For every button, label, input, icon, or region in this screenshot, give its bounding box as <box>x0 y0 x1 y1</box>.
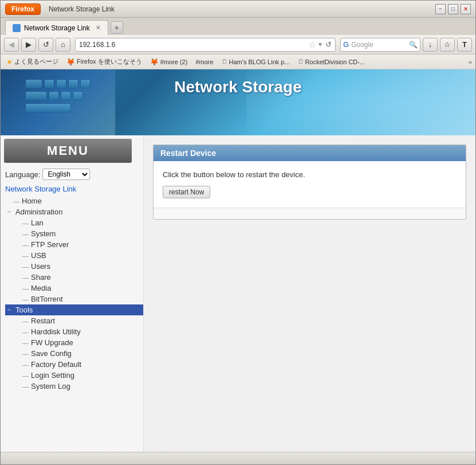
tree-dash-icon: — <box>22 230 29 237</box>
bookmark-item-0[interactable]: ★ よく見るページ <box>4 57 61 67</box>
banner-title: Network Storage <box>174 78 302 96</box>
back-button[interactable]: ◀ <box>4 38 19 52</box>
bookmarks-overflow-icon[interactable]: » <box>469 58 472 65</box>
panel-body: Click the button below to restart the de… <box>154 161 466 208</box>
bookmark-item-4[interactable]: 🗒 Ham's BLOG Link p... <box>219 58 292 66</box>
close-button[interactable]: ✕ <box>461 4 471 14</box>
bookmark-label-1: Firefox を使いこなそう <box>77 57 142 66</box>
sidebar-item-label-tools: Tools <box>15 306 33 314</box>
language-row: Language: English Japanese Chinese <box>1 166 143 182</box>
key-space <box>25 103 71 112</box>
tree-dash-icon: — <box>22 241 29 248</box>
bookmark-star-icon[interactable]: ☆ <box>309 40 316 49</box>
window-controls: − □ ✕ <box>435 4 471 14</box>
page-banner: Network Storage <box>1 69 475 135</box>
forward-button[interactable]: ▶ <box>21 38 36 52</box>
bookmarks-button[interactable]: ☆ <box>440 38 455 52</box>
language-select[interactable]: English Japanese Chinese <box>42 169 90 180</box>
refresh-icon[interactable]: ↺ <box>325 40 332 49</box>
bookmark-page-icon-5: 🗒 <box>298 58 304 65</box>
tree-dash-icon: — <box>22 350 29 357</box>
sidebar-item-factory-default[interactable]: — Factory Default <box>5 359 143 370</box>
navigation-bar: ◀ ▶ ↺ ⌂ 192.168.1.6 ☆ ▼ ↺ G Google 🔍 ↓ ☆… <box>1 35 475 54</box>
sidebar-item-ftp-server[interactable]: — FTP Server <box>5 239 143 250</box>
sidebar-item-administration[interactable]: − Administration <box>5 206 143 217</box>
bookmark-star-icon-0: ★ <box>6 58 13 66</box>
tree-dash-icon: — <box>22 220 29 226</box>
sidebar-item-label-restart: Restart <box>31 316 55 325</box>
home-button[interactable]: ⌂ <box>56 38 70 52</box>
bookmark-item-2[interactable]: 🦊 #more (2) <box>148 57 190 67</box>
sidebar-item-label-fw-upgrade: FW Upgrade <box>31 338 73 347</box>
tab-label: Network Storage Link <box>24 24 90 32</box>
bookmark-item-1[interactable]: 🦊 Firefox を使いこなそう <box>64 57 144 67</box>
search-placeholder: Google <box>351 41 407 49</box>
bookmark-item-5[interactable]: 🗒 RocketDivision CD-... <box>296 58 368 66</box>
sidebar-item-label-factory-default: Factory Default <box>31 360 81 369</box>
sidebar-item-fw-upgrade[interactable]: — FW Upgrade <box>5 337 143 348</box>
panel-header: Restart Device <box>154 145 466 161</box>
sidebar-item-share[interactable]: — Share <box>5 272 143 283</box>
sidebar-item-label-system-log: System Log <box>31 382 70 390</box>
tree-dash-icon: — <box>22 263 29 270</box>
bookmark-item-3[interactable]: #more <box>193 58 215 66</box>
tree-dash-icon: — <box>22 339 29 346</box>
active-tab[interactable]: Network Storage Link ✕ <box>5 20 108 35</box>
key-s <box>56 79 66 88</box>
firefox-menu-button[interactable]: Firefox <box>5 3 41 15</box>
minimize-button[interactable]: − <box>435 4 446 14</box>
sidebar-item-label-login-setting: Login Setting <box>31 371 74 380</box>
restart-instruction: Click the button below to restart the de… <box>163 170 457 179</box>
sidebar-item-label-lan: Lan <box>31 218 44 227</box>
tree-dash-icon: — <box>22 329 29 335</box>
reload-button[interactable]: ↺ <box>38 38 53 52</box>
title-bar: Firefox Network Storage Link − □ ✕ <box>1 1 475 18</box>
search-magnifier-icon[interactable]: 🔍 <box>409 41 418 49</box>
window-title: Network Storage Link <box>49 5 115 13</box>
key-d <box>68 79 78 88</box>
sidebar-item-users[interactable]: — Users <box>5 261 143 272</box>
downloads-button[interactable]: ↓ <box>423 38 438 52</box>
key-x <box>61 91 71 100</box>
sidebar-item-bittorrent[interactable]: — BitTorrent <box>5 294 143 304</box>
sidebar-item-home[interactable]: — Home <box>5 196 143 206</box>
bookmark-ff-icon-2: 🦊 <box>150 58 159 66</box>
bookmark-label-2: #more (2) <box>160 58 188 65</box>
sidebar-network-storage-link[interactable]: Network Storage Link <box>1 182 143 196</box>
sidebar-item-tools[interactable]: − Tools <box>5 304 143 315</box>
menu-T-button[interactable]: T <box>457 38 472 52</box>
bookmark-label-0: よく見るページ <box>14 57 58 66</box>
tree-dash-icon: — <box>22 361 29 368</box>
bookmark-label-5: RocketDivision CD-... <box>305 58 365 65</box>
status-bar <box>1 452 475 464</box>
address-bar[interactable]: 192.168.1.6 ☆ ▼ ↺ <box>75 38 336 52</box>
tree-dash-icon: — <box>13 198 19 205</box>
new-tab-button[interactable]: + <box>111 21 123 34</box>
sidebar-item-lan[interactable]: — Lan <box>5 217 143 228</box>
key-f <box>80 79 91 88</box>
sidebar-item-harddisk-utility[interactable]: — Harddisk Utility <box>5 326 143 337</box>
sidebar-item-label-home: Home <box>22 197 42 205</box>
tab-close-icon[interactable]: ✕ <box>96 24 101 32</box>
sidebar-item-system[interactable]: — System <box>5 228 143 239</box>
toggle-administration-icon[interactable]: − <box>7 209 14 215</box>
sidebar-item-save-config[interactable]: — Save Config <box>5 348 143 359</box>
page-content: Network Storage MENU Language: English J… <box>1 69 475 452</box>
restore-button[interactable]: □ <box>448 4 458 14</box>
sidebar-item-restart[interactable]: — Restart <box>5 315 143 326</box>
banner-keyboard-image <box>1 69 115 135</box>
sidebar-item-system-log[interactable]: — System Log <box>5 381 143 392</box>
toggle-tools-icon[interactable]: − <box>7 307 14 313</box>
tab-favicon-icon <box>13 24 21 32</box>
bookmarks-bar: ★ よく見るページ 🦊 Firefox を使いこなそう 🦊 #more (2) … <box>1 54 475 69</box>
sidebar-item-media[interactable]: — Media <box>5 283 143 294</box>
sidebar-item-label-system: System <box>31 229 56 238</box>
address-dropdown-icon[interactable]: ▼ <box>317 41 323 48</box>
sidebar-item-usb[interactable]: — USB <box>5 250 143 261</box>
restart-now-button[interactable]: restart Now <box>163 186 210 198</box>
sidebar-item-login-setting[interactable]: — Login Setting <box>5 370 143 381</box>
keyboard-visual <box>19 73 96 131</box>
bookmark-label-3: #more <box>195 58 213 65</box>
key-shift <box>25 91 47 100</box>
search-bar[interactable]: G Google 🔍 <box>340 38 420 52</box>
